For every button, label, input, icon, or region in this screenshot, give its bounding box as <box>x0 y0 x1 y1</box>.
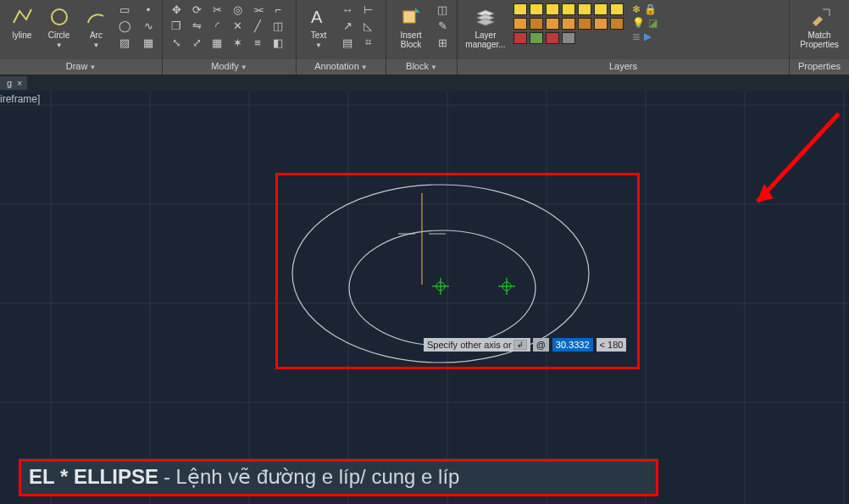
layer-freeze-icon[interactable]: ❄ <box>632 3 641 15</box>
layer-lock-icon[interactable]: 🔒 <box>644 3 657 15</box>
attr-icon[interactable]: ⊞ <box>438 36 447 49</box>
point-icon[interactable]: • <box>147 3 151 16</box>
ribbon-label-block: Block▼ <box>386 59 457 75</box>
swatch[interactable] <box>546 3 559 15</box>
join-icon[interactable]: ⫘ <box>252 3 264 16</box>
region-icon[interactable]: ▦ <box>143 36 153 49</box>
chevron-down-icon: ▼ <box>92 42 99 49</box>
insert-block-icon <box>399 5 423 29</box>
dim-linear-icon[interactable]: ↔ <box>342 3 353 16</box>
chevron-down-icon: ▼ <box>56 42 63 49</box>
rotate-icon[interactable]: ⟳ <box>192 3 202 16</box>
close-icon[interactable]: × <box>17 79 22 88</box>
swatch[interactable] <box>578 3 591 15</box>
svg-text:A: A <box>311 8 323 26</box>
match-properties-label: Match Properties <box>800 30 839 49</box>
swatch[interactable] <box>610 18 624 30</box>
layer-isolate-icon[interactable]: ◪ <box>648 17 658 29</box>
break-icon[interactable]: ╱ <box>254 19 261 32</box>
arc-button[interactable]: Arc ▼ <box>78 2 115 58</box>
ellipse-icon[interactable]: ◯ <box>119 19 131 32</box>
match-properties-button[interactable]: Match Properties <box>793 2 846 58</box>
at-symbol-badge: @ <box>533 338 549 352</box>
polyline-button[interactable]: lyline <box>3 2 41 58</box>
table-icon[interactable]: ▤ <box>342 36 352 49</box>
document-tab[interactable]: g × <box>0 76 27 90</box>
swatch[interactable] <box>513 18 527 30</box>
leader-icon[interactable]: ↗ <box>343 19 352 32</box>
layer-walk-icon[interactable]: ▶ <box>644 30 652 42</box>
swatch[interactable] <box>546 18 559 30</box>
layer-manager-icon <box>474 5 497 29</box>
circle-button[interactable]: Circle ▼ <box>41 2 78 58</box>
scale-icon[interactable]: ⤢ <box>192 36 202 49</box>
swatch[interactable] <box>546 32 559 44</box>
swatch[interactable] <box>594 18 608 30</box>
ellipse-inner <box>349 230 535 346</box>
explode-icon[interactable]: ✶ <box>233 36 242 49</box>
center-marker-1 <box>432 278 449 295</box>
text-icon: A <box>307 5 330 29</box>
match-properties-icon <box>807 5 831 29</box>
ribbon-group-layers: Layer manager... <box>458 0 790 75</box>
center-marker-2 <box>498 278 515 295</box>
angle-input[interactable]: < 180 <box>597 338 627 352</box>
swatch[interactable] <box>530 18 543 30</box>
layer-manager-button[interactable]: Layer manager... <box>461 2 510 49</box>
block-col: ◫ ✎ ⊞ <box>432 2 452 51</box>
offset-icon[interactable]: ◎ <box>233 3 242 16</box>
swatch[interactable] <box>610 3 624 15</box>
hatch-icon[interactable]: ▨ <box>119 36 130 49</box>
draw-mini-col-1: ▭ ◯ ▨ <box>114 2 135 51</box>
ribbon-group-draw: lyline Circle ▼ Arc ▼ ▭ ◯ ▨ <box>0 0 163 75</box>
field-icon[interactable]: ⌗ <box>365 36 371 49</box>
draw-mini-col-2: • ∿ ▦ <box>138 2 158 51</box>
mirror-icon[interactable]: ⇋ <box>192 19 202 32</box>
drawing-canvas[interactable]: ireframe] Specify other axis o <box>0 91 849 504</box>
svg-point-0 <box>52 9 67 25</box>
move-icon[interactable]: ✥ <box>172 3 181 16</box>
tool-a-icon[interactable]: ⌐ <box>275 3 281 16</box>
dim-icon[interactable]: ⊢ <box>363 3 373 16</box>
caption-rest: - Lệnh vẽ đường e líp/ cung e líp <box>164 465 460 489</box>
length-input[interactable]: 30.3332 <box>552 337 594 352</box>
command-tooltip: Specify other axis or ↲ @ 30.3332 < 180 <box>424 337 626 352</box>
layer-tools: ❄🔒 💡◪ ≣▶ <box>627 2 663 44</box>
swatch[interactable] <box>513 3 527 15</box>
caption-band: EL * ELLIPSE - Lệnh vẽ đường e líp/ cung… <box>19 458 658 496</box>
modify-col-4: ◎ ✕ ✶ <box>227 2 247 51</box>
create-block-icon[interactable]: ◫ <box>437 3 447 16</box>
text-button[interactable]: A Text ▼ <box>300 2 337 58</box>
stretch-icon[interactable]: ⤡ <box>172 36 181 49</box>
layer-off-icon[interactable]: 💡 <box>632 17 645 29</box>
swatch[interactable] <box>562 32 575 44</box>
erase-icon[interactable]: ✕ <box>233 19 242 32</box>
mleader-icon[interactable]: ◺ <box>363 19 372 32</box>
swatch[interactable] <box>578 18 591 30</box>
swatch[interactable] <box>530 32 543 44</box>
tool-c-icon[interactable]: ◧ <box>273 36 283 49</box>
copy-icon[interactable]: ❐ <box>171 19 181 32</box>
swatch[interactable] <box>562 3 575 15</box>
text-label: Text <box>311 30 326 40</box>
insert-block-button[interactable]: Insert Block <box>390 2 432 58</box>
annotation-arrow <box>737 108 847 230</box>
swatch[interactable] <box>530 3 543 15</box>
align-icon[interactable]: ≡ <box>254 36 261 49</box>
swatch[interactable] <box>594 3 608 15</box>
modify-col-2: ⟳ ⇋ ⤢ <box>186 2 207 51</box>
layer-manager-label: Layer manager... <box>465 30 505 49</box>
fillet-icon[interactable]: ◜ <box>215 19 219 32</box>
spline-icon[interactable]: ∿ <box>144 19 153 32</box>
ribbon-group-block: Insert Block ◫ ✎ ⊞ Block▼ <box>386 0 458 75</box>
layer-state-icon[interactable]: ≣ <box>632 30 641 42</box>
swatch[interactable] <box>513 32 527 44</box>
trim-icon[interactable]: ✂ <box>213 3 222 16</box>
document-tab-bar: g × <box>0 75 849 91</box>
swatch[interactable] <box>562 18 575 30</box>
edit-block-icon[interactable]: ✎ <box>438 19 447 32</box>
array-icon[interactable]: ▦ <box>212 36 222 49</box>
tool-b-icon[interactable]: ◫ <box>273 19 283 32</box>
arc-icon <box>84 5 108 29</box>
rectangle-icon[interactable]: ▭ <box>119 3 130 16</box>
